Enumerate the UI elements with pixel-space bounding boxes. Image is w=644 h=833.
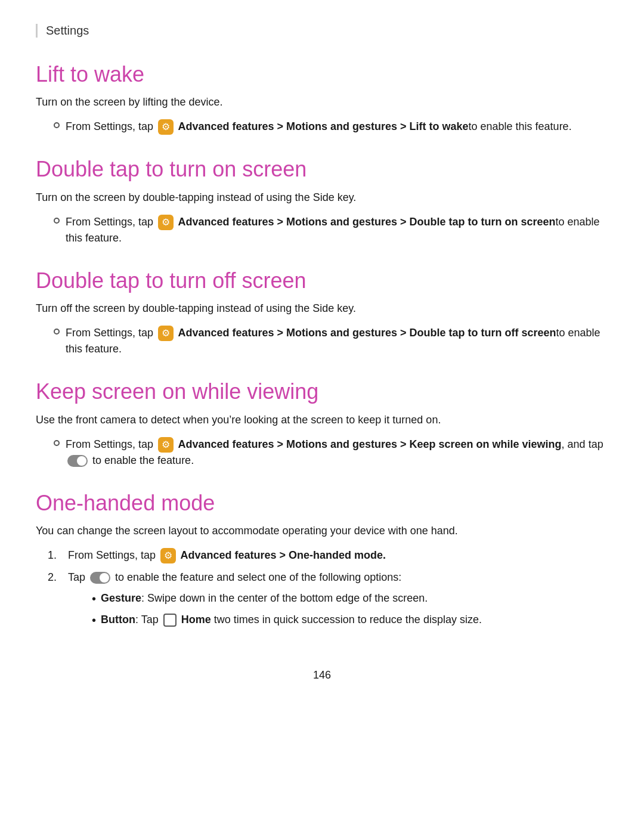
settings-icon bbox=[160, 548, 176, 563]
bullet-item: From Settings, tap Advanced features > M… bbox=[36, 325, 608, 357]
section-desc-double-tap-on: Turn on the screen by double-tapping ins… bbox=[36, 190, 608, 206]
bullet-list-double-tap-off: From Settings, tap Advanced features > M… bbox=[36, 325, 608, 357]
page-number: 146 bbox=[313, 669, 331, 681]
bullet-circle bbox=[54, 329, 60, 335]
section-double-tap-on: Double tap to turn on screenTurn on the … bbox=[36, 156, 608, 246]
bullet-item: From Settings, tap Advanced features > M… bbox=[36, 119, 608, 135]
sub-bullet-item: •Gesture: Swipe down in the center of th… bbox=[92, 590, 482, 607]
settings-icon bbox=[158, 437, 174, 453]
page-header: Settings bbox=[36, 24, 608, 38]
settings-icon bbox=[158, 119, 174, 135]
settings-icon bbox=[158, 326, 174, 341]
sub-bullet-list: •Gesture: Swipe down in the center of th… bbox=[68, 590, 482, 628]
section-title-double-tap-on: Double tap to turn on screen bbox=[36, 156, 608, 182]
content-area: Lift to wakeTurn on the screen by liftin… bbox=[36, 61, 608, 633]
section-title-lift-to-wake: Lift to wake bbox=[36, 61, 608, 87]
header-label: Settings bbox=[46, 24, 89, 37]
bullet-circle bbox=[54, 218, 60, 224]
numbered-item: 2.Tap to enable the feature and select o… bbox=[36, 569, 608, 633]
bullet-circle bbox=[54, 122, 60, 128]
bullet-text: From Settings, tap Advanced features > M… bbox=[66, 436, 608, 469]
section-title-keep-screen-on: Keep screen on while viewing bbox=[36, 379, 608, 404]
section-desc-lift-to-wake: Turn on the screen by lifting the device… bbox=[36, 94, 608, 110]
section-keep-screen-on: Keep screen on while viewingUse the fron… bbox=[36, 379, 608, 468]
bullet-item: From Settings, tap Advanced features > M… bbox=[36, 436, 608, 469]
sub-bullet-dot: • bbox=[92, 612, 96, 628]
section-double-tap-off: Double tap to turn off screenTurn off th… bbox=[36, 268, 608, 357]
sub-bullet-dot: • bbox=[92, 590, 96, 607]
bullet-item: From Settings, tap Advanced features > M… bbox=[36, 214, 608, 246]
section-title-double-tap-off: Double tap to turn off screen bbox=[36, 268, 608, 293]
section-title-one-handed-mode: One-handed mode bbox=[36, 490, 608, 516]
section-desc-keep-screen-on: Use the front camera to detect when you’… bbox=[36, 412, 608, 428]
page-footer: 146 bbox=[36, 669, 608, 682]
bullet-list-lift-to-wake: From Settings, tap Advanced features > M… bbox=[36, 119, 608, 135]
item-number: 1. bbox=[48, 547, 62, 563]
bullet-circle bbox=[54, 440, 60, 446]
toggle-icon bbox=[67, 455, 88, 467]
bullet-list-double-tap-on: From Settings, tap Advanced features > M… bbox=[36, 214, 608, 246]
section-one-handed-mode: One-handed modeYou can change the screen… bbox=[36, 490, 608, 633]
home-icon bbox=[163, 614, 177, 627]
bullet-text: From Settings, tap Advanced features > M… bbox=[66, 119, 608, 135]
numbered-item-text: Tap to enable the feature and select one… bbox=[68, 569, 482, 633]
sub-bullet-item: •Button: Tap Home two times in quick suc… bbox=[92, 612, 482, 628]
numbered-item: 1.From Settings, tap Advanced features >… bbox=[36, 547, 608, 563]
bullet-list-keep-screen-on: From Settings, tap Advanced features > M… bbox=[36, 436, 608, 469]
item-number: 2. bbox=[48, 569, 62, 586]
numbered-list-one-handed-mode: 1.From Settings, tap Advanced features >… bbox=[36, 547, 608, 633]
bullet-text: From Settings, tap Advanced features > M… bbox=[66, 325, 608, 357]
section-desc-one-handed-mode: You can change the screen layout to acco… bbox=[36, 523, 608, 539]
sub-bullet-text: Gesture: Swipe down in the center of the… bbox=[101, 590, 428, 606]
section-desc-double-tap-off: Turn off the screen by double-tapping in… bbox=[36, 301, 608, 317]
numbered-item-text: From Settings, tap Advanced features > O… bbox=[68, 547, 386, 563]
settings-icon bbox=[158, 215, 174, 230]
sub-bullet-text: Button: Tap Home two times in quick succ… bbox=[101, 612, 482, 628]
bullet-text: From Settings, tap Advanced features > M… bbox=[66, 214, 608, 246]
section-lift-to-wake: Lift to wakeTurn on the screen by liftin… bbox=[36, 61, 608, 135]
toggle-icon bbox=[90, 572, 110, 584]
